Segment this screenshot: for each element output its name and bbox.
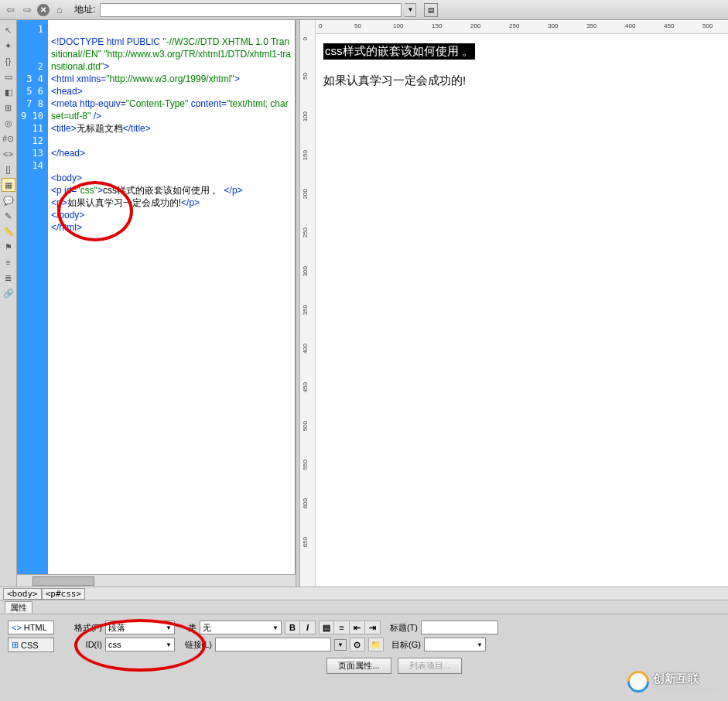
code-editor[interactable]: <!DOCTYPE html PUBLIC "-//W3C//DTD XHTML…: [48, 20, 295, 586]
address-input[interactable]: [100, 3, 402, 17]
preview-panel: 0 50 100 150 200 250 300 350 400 450 500…: [300, 20, 728, 586]
tool-link-icon[interactable]: 🔗: [2, 286, 15, 300]
tool-highlight-icon[interactable]: ▦: [2, 178, 15, 192]
tool-wand-icon[interactable]: ✦: [2, 39, 15, 53]
code-token: >: [97, 185, 103, 196]
code-token: "http://www.w3.org/1999/xhtml": [106, 74, 234, 84]
horizontal-ruler: 0 50 100 150 200 250 300 350 400 450 500: [316, 20, 728, 34]
breadcrumb-pcss[interactable]: <p#css>: [42, 588, 85, 600]
tool-expand-icon[interactable]: ⊞: [2, 101, 15, 115]
watermark-subtext: CHUANG XIN HU LIAN: [653, 686, 717, 692]
line-gutter: 1 2 3 4 5 6 7 8 9 10 11 12 13 14: [17, 20, 48, 586]
view-options-button[interactable]: ▤: [424, 3, 438, 17]
bold-button[interactable]: B: [285, 621, 300, 634]
tool-indent-right-icon[interactable]: ≣: [2, 271, 15, 285]
code-token: <html xmlns=: [51, 74, 106, 84]
tool-cursor-icon[interactable]: ↖: [2, 23, 15, 37]
format-select[interactable]: 段落▼: [105, 621, 175, 634]
tool-hash-icon[interactable]: #⊙: [2, 132, 15, 145]
indent-button[interactable]: ⇥: [365, 621, 381, 634]
list-buttons: ▤ ≡ ⇤ ⇥: [319, 621, 381, 634]
mode-switch: <>HTML ⊞CSS: [8, 621, 54, 655]
code-token: </head>: [51, 148, 85, 159]
link-input[interactable]: [215, 638, 331, 651]
html-mode-button[interactable]: <>HTML: [8, 621, 54, 634]
code-token: <p>: [51, 197, 67, 208]
ol-button[interactable]: ≡: [334, 621, 350, 634]
watermark-text: 创新互联: [653, 672, 717, 686]
code-token: css样式的嵌套该如何使用 。: [103, 185, 224, 196]
code-token: 如果认真学习一定会成功的!: [67, 197, 181, 208]
code-token: <!DOCTYPE html PUBLIC: [51, 36, 162, 47]
tab-properties[interactable]: 属性: [5, 601, 32, 613]
id-label: ID(I): [68, 640, 102, 649]
tool-indent-left-icon[interactable]: ≡: [2, 255, 15, 269]
italic-button[interactable]: I: [300, 621, 316, 634]
code-token: </body>: [51, 210, 84, 221]
watermark-logo-icon: [628, 672, 648, 692]
code-token: <p id=: [51, 185, 77, 196]
code-token: <title>: [51, 123, 77, 134]
list-items-button: 列表项目...: [398, 658, 462, 674]
back-button[interactable]: ⇦: [3, 3, 17, 17]
code-token: >: [104, 61, 109, 72]
target-label: 目标(G): [387, 639, 421, 651]
stop-button[interactable]: ✕: [37, 4, 50, 16]
code-token: </p>: [224, 185, 243, 196]
code-token: <body>: [51, 173, 82, 183]
preview-body: 0 50 100 150 200 250 300 350 400 450 500…: [316, 20, 728, 586]
class-select[interactable]: 无▼: [200, 621, 282, 634]
browse-folder-icon[interactable]: 📁: [368, 638, 384, 651]
workspace: ↖ ✦ {} ▭ ◧ ⊞ ◎ #⊙ <> [] ▦ 💬 ✎ 📏 ⚑ ≡ ≣ 🔗 …: [0, 20, 728, 586]
outdent-button[interactable]: ⇤: [350, 621, 365, 634]
code-token: </title>: [123, 123, 151, 134]
link-dropdown[interactable]: ▼: [334, 639, 347, 651]
left-toolbar: ↖ ✦ {} ▭ ◧ ⊞ ◎ #⊙ <> [] ▦ 💬 ✎ 📏 ⚑ ≡ ≣ 🔗: [0, 20, 17, 586]
paragraph-text[interactable]: 如果认真学习一定会成功的!: [323, 74, 720, 88]
code-token: </p>: [181, 197, 200, 208]
title-input[interactable]: [421, 621, 498, 634]
id-select[interactable]: css▼: [105, 638, 175, 651]
breadcrumb-body[interactable]: <body>: [3, 588, 42, 600]
watermark: 创新互联 CHUANG XIN HU LIAN: [628, 672, 717, 692]
address-dropdown[interactable]: ▼: [405, 3, 416, 17]
home-button[interactable]: ⌂: [53, 3, 67, 17]
code-token: "css": [77, 185, 97, 196]
code-token: "Content-Type": [126, 98, 189, 109]
tool-collapse-icon[interactable]: ◧: [2, 85, 15, 99]
tag-breadcrumb: <body><p#css>: [0, 586, 728, 600]
code-token: />: [91, 111, 101, 121]
code-panel: 1 2 3 4 5 6 7 8 9 10 11 12 13 14 <!DOCTY…: [17, 20, 296, 586]
code-token: <head>: [51, 86, 83, 97]
format-buttons: B I: [285, 621, 316, 634]
tool-select-icon[interactable]: ▭: [2, 70, 15, 84]
tool-pencil-icon[interactable]: ✎: [2, 209, 15, 223]
tool-flag-icon[interactable]: ⚑: [2, 240, 15, 254]
scrollbar-thumb[interactable]: [32, 576, 94, 586]
properties-tab-bar: 属性: [0, 600, 728, 614]
point-to-file-icon[interactable]: ⊙: [350, 638, 365, 651]
tool-braces-icon[interactable]: {}: [2, 54, 15, 68]
tool-tag-icon[interactable]: <>: [2, 147, 15, 161]
design-canvas[interactable]: css样式的嵌套该如何使用 。 如果认真学习一定会成功的!: [316, 34, 728, 586]
tool-ruler-icon[interactable]: 📏: [2, 224, 15, 238]
vertical-ruler: 0 50 100 150 200 250 300 350 400 450 500…: [300, 20, 316, 586]
forward-button[interactable]: ⇨: [20, 3, 34, 17]
target-select[interactable]: ▼: [424, 638, 486, 651]
format-label: 格式(F): [68, 622, 102, 634]
tool-comment-icon[interactable]: 💬: [2, 193, 15, 207]
css-mode-button[interactable]: ⊞CSS: [8, 638, 54, 652]
title-label: 标题(T): [384, 622, 418, 634]
code-token: <meta http-equiv=: [51, 98, 126, 109]
tool-target-icon[interactable]: ◎: [2, 116, 15, 130]
code-token: content=: [188, 98, 227, 109]
tool-bracket-icon[interactable]: []: [2, 162, 15, 176]
horizontal-scrollbar[interactable]: [17, 574, 296, 586]
page-properties-button[interactable]: 页面属性...: [326, 658, 391, 674]
address-toolbar: ⇦ ⇨ ✕ ⌂ 地址: ▼ ▤: [0, 0, 728, 20]
address-label: 地址:: [74, 3, 95, 16]
ul-button[interactable]: ▤: [319, 621, 334, 634]
link-label: 链接(L): [178, 639, 212, 651]
selected-paragraph[interactable]: css样式的嵌套该如何使用 。: [323, 43, 475, 60]
code-token: >: [234, 74, 240, 84]
